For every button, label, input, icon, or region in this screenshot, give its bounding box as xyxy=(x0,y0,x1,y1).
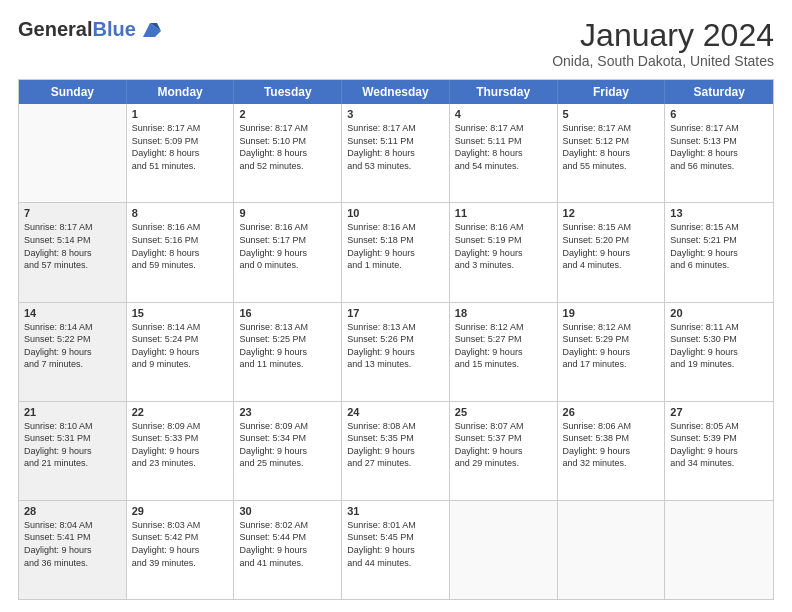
cell-info-line: Sunrise: 8:13 AM xyxy=(239,321,336,334)
cell-info-line: Daylight: 9 hours xyxy=(24,346,121,359)
calendar-cell: 4Sunrise: 8:17 AMSunset: 5:11 PMDaylight… xyxy=(450,104,558,202)
cell-info-line: Sunrise: 8:09 AM xyxy=(239,420,336,433)
logo-text: GeneralBlue xyxy=(18,18,136,41)
day-number: 25 xyxy=(455,406,552,418)
cell-info-line: Daylight: 8 hours xyxy=(132,147,229,160)
calendar-cell: 18Sunrise: 8:12 AMSunset: 5:27 PMDayligh… xyxy=(450,303,558,401)
cell-info-line: Daylight: 8 hours xyxy=(455,147,552,160)
cell-info-line: and 56 minutes. xyxy=(670,160,768,173)
day-number: 19 xyxy=(563,307,660,319)
cell-info-line: Daylight: 9 hours xyxy=(563,445,660,458)
day-number: 10 xyxy=(347,207,444,219)
cell-info-line: Sunset: 5:14 PM xyxy=(24,234,121,247)
day-number: 31 xyxy=(347,505,444,517)
cell-info-line: Sunrise: 8:17 AM xyxy=(563,122,660,135)
day-number: 1 xyxy=(132,108,229,120)
cell-info-line: Sunrise: 8:16 AM xyxy=(239,221,336,234)
cell-info-line: and 54 minutes. xyxy=(455,160,552,173)
cell-info-line: and 3 minutes. xyxy=(455,259,552,272)
calendar-cell: 5Sunrise: 8:17 AMSunset: 5:12 PMDaylight… xyxy=(558,104,666,202)
cell-info-line: Sunset: 5:35 PM xyxy=(347,432,444,445)
day-number: 16 xyxy=(239,307,336,319)
cell-info-line: Sunset: 5:38 PM xyxy=(563,432,660,445)
day-number: 14 xyxy=(24,307,121,319)
cell-info-line: Sunrise: 8:14 AM xyxy=(24,321,121,334)
calendar-cell xyxy=(558,501,666,599)
calendar-cell: 29Sunrise: 8:03 AMSunset: 5:42 PMDayligh… xyxy=(127,501,235,599)
cell-info-line: Daylight: 9 hours xyxy=(132,544,229,557)
cell-info-line: Sunrise: 8:13 AM xyxy=(347,321,444,334)
calendar-row: 1Sunrise: 8:17 AMSunset: 5:09 PMDaylight… xyxy=(19,104,773,203)
calendar-cell: 16Sunrise: 8:13 AMSunset: 5:25 PMDayligh… xyxy=(234,303,342,401)
calendar-row: 14Sunrise: 8:14 AMSunset: 5:22 PMDayligh… xyxy=(19,303,773,402)
cell-info-line: Daylight: 8 hours xyxy=(670,147,768,160)
day-number: 17 xyxy=(347,307,444,319)
cell-info-line: Sunrise: 8:08 AM xyxy=(347,420,444,433)
cell-info-line: Sunset: 5:37 PM xyxy=(455,432,552,445)
calendar-page: GeneralBlue January 2024 Onida, South Da… xyxy=(0,0,792,612)
calendar-cell: 9Sunrise: 8:16 AMSunset: 5:17 PMDaylight… xyxy=(234,203,342,301)
cell-info-line: and 0 minutes. xyxy=(239,259,336,272)
cell-info-line: Daylight: 9 hours xyxy=(670,445,768,458)
cell-info-line: Sunrise: 8:02 AM xyxy=(239,519,336,532)
calendar-cell xyxy=(19,104,127,202)
cell-info-line: Sunset: 5:19 PM xyxy=(455,234,552,247)
calendar-cell: 3Sunrise: 8:17 AMSunset: 5:11 PMDaylight… xyxy=(342,104,450,202)
location-title: Onida, South Dakota, United States xyxy=(552,53,774,69)
calendar-cell: 11Sunrise: 8:16 AMSunset: 5:19 PMDayligh… xyxy=(450,203,558,301)
weekday-header: Thursday xyxy=(450,80,558,104)
weekday-header: Tuesday xyxy=(234,80,342,104)
cell-info-line: Sunset: 5:26 PM xyxy=(347,333,444,346)
page-header: GeneralBlue January 2024 Onida, South Da… xyxy=(18,18,774,69)
day-number: 27 xyxy=(670,406,768,418)
day-number: 28 xyxy=(24,505,121,517)
cell-info-line: Sunrise: 8:15 AM xyxy=(670,221,768,234)
day-number: 8 xyxy=(132,207,229,219)
calendar-row: 7Sunrise: 8:17 AMSunset: 5:14 PMDaylight… xyxy=(19,203,773,302)
svg-marker-0 xyxy=(143,23,161,37)
calendar-header: SundayMondayTuesdayWednesdayThursdayFrid… xyxy=(19,80,773,104)
cell-info-line: Daylight: 9 hours xyxy=(563,247,660,260)
calendar-cell: 13Sunrise: 8:15 AMSunset: 5:21 PMDayligh… xyxy=(665,203,773,301)
calendar-cell: 17Sunrise: 8:13 AMSunset: 5:26 PMDayligh… xyxy=(342,303,450,401)
cell-info-line: Sunset: 5:41 PM xyxy=(24,531,121,544)
day-number: 18 xyxy=(455,307,552,319)
cell-info-line: Sunrise: 8:04 AM xyxy=(24,519,121,532)
cell-info-line: Sunrise: 8:12 AM xyxy=(455,321,552,334)
cell-info-line: and 4 minutes. xyxy=(563,259,660,272)
cell-info-line: Sunset: 5:18 PM xyxy=(347,234,444,247)
cell-info-line: and 44 minutes. xyxy=(347,557,444,570)
cell-info-line: and 32 minutes. xyxy=(563,457,660,470)
cell-info-line: Daylight: 9 hours xyxy=(455,445,552,458)
cell-info-line: Sunset: 5:09 PM xyxy=(132,135,229,148)
cell-info-line: Sunrise: 8:17 AM xyxy=(132,122,229,135)
calendar-cell: 30Sunrise: 8:02 AMSunset: 5:44 PMDayligh… xyxy=(234,501,342,599)
cell-info-line: and 9 minutes. xyxy=(132,358,229,371)
cell-info-line: Daylight: 9 hours xyxy=(132,445,229,458)
calendar-cell: 21Sunrise: 8:10 AMSunset: 5:31 PMDayligh… xyxy=(19,402,127,500)
cell-info-line: Sunset: 5:31 PM xyxy=(24,432,121,445)
title-section: January 2024 Onida, South Dakota, United… xyxy=(552,18,774,69)
weekday-header: Sunday xyxy=(19,80,127,104)
cell-info-line: Daylight: 9 hours xyxy=(563,346,660,359)
day-number: 2 xyxy=(239,108,336,120)
cell-info-line: and 17 minutes. xyxy=(563,358,660,371)
cell-info-line: Sunset: 5:12 PM xyxy=(563,135,660,148)
cell-info-line: Sunrise: 8:09 AM xyxy=(132,420,229,433)
cell-info-line: Sunset: 5:34 PM xyxy=(239,432,336,445)
cell-info-line: Daylight: 8 hours xyxy=(347,147,444,160)
cell-info-line: and 53 minutes. xyxy=(347,160,444,173)
cell-info-line: and 57 minutes. xyxy=(24,259,121,272)
cell-info-line: Daylight: 9 hours xyxy=(347,445,444,458)
calendar-cell: 27Sunrise: 8:05 AMSunset: 5:39 PMDayligh… xyxy=(665,402,773,500)
calendar-cell: 28Sunrise: 8:04 AMSunset: 5:41 PMDayligh… xyxy=(19,501,127,599)
cell-info-line: Daylight: 9 hours xyxy=(24,445,121,458)
cell-info-line: and 39 minutes. xyxy=(132,557,229,570)
calendar-cell: 23Sunrise: 8:09 AMSunset: 5:34 PMDayligh… xyxy=(234,402,342,500)
calendar-body: 1Sunrise: 8:17 AMSunset: 5:09 PMDaylight… xyxy=(19,104,773,599)
cell-info-line: and 13 minutes. xyxy=(347,358,444,371)
calendar-cell: 12Sunrise: 8:15 AMSunset: 5:20 PMDayligh… xyxy=(558,203,666,301)
day-number: 15 xyxy=(132,307,229,319)
cell-info-line: Daylight: 8 hours xyxy=(24,247,121,260)
cell-info-line: Sunrise: 8:01 AM xyxy=(347,519,444,532)
